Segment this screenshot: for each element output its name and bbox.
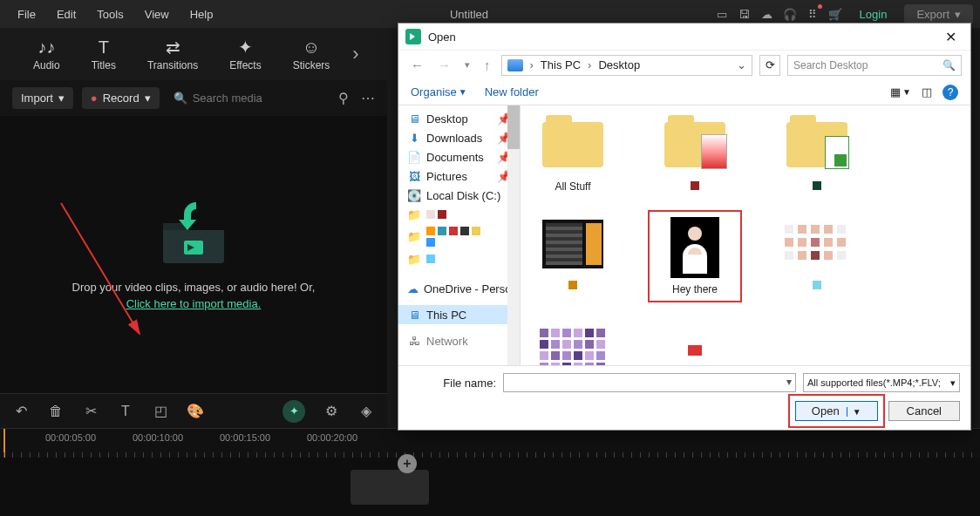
media-search[interactable]: 🔍: [168, 92, 330, 105]
file-item[interactable]: [651, 320, 738, 365]
ai-assistant-icon[interactable]: ✦: [282, 400, 305, 423]
file-item[interactable]: [773, 214, 861, 299]
dialog-nav: ← → ▾ ↑ › This PC › Desktop ⌄ ⟳ Search D…: [398, 50, 970, 79]
apps-icon[interactable]: ⠿: [806, 7, 820, 21]
sidebar-item[interactable]: 📁: [398, 249, 520, 268]
tab-stickers[interactable]: ☺Stickers: [277, 33, 346, 75]
undo-icon[interactable]: ↶: [12, 403, 30, 420]
sidebar-item[interactable]: 📁: [398, 224, 520, 249]
help-icon[interactable]: ?: [943, 85, 958, 100]
menu-view[interactable]: View: [134, 3, 180, 26]
timeline-track-area[interactable]: +: [0, 458, 980, 516]
view-mode-icon[interactable]: ▦ ▼: [890, 85, 911, 98]
file-open-dialog: Open ✕ ← → ▾ ↑ › This PC › Desktop ⌄ ⟳ S…: [398, 23, 971, 431]
cloud-icon[interactable]: ☁: [760, 7, 774, 21]
chevron-down-icon[interactable]: ⌄: [737, 58, 746, 71]
menu-help[interactable]: Help: [180, 3, 224, 26]
file-type-filter[interactable]: All supported files(*.MP4;*.FLV;: [803, 373, 960, 392]
folder-item[interactable]: [651, 114, 738, 193]
import-folder-icon: [154, 199, 233, 260]
nav-recent-icon[interactable]: ▾: [461, 59, 473, 71]
menu-file[interactable]: File: [7, 3, 46, 26]
nav-up-icon[interactable]: ↑: [480, 58, 494, 72]
filename-label: File name:: [409, 377, 496, 390]
text-tool-icon[interactable]: T: [117, 403, 134, 420]
file-list[interactable]: All Stuff Hey there: [521, 105, 970, 365]
color-icon[interactable]: 🎨: [187, 403, 204, 420]
breadcrumb[interactable]: › This PC › Desktop ⌄: [501, 55, 753, 76]
login-button[interactable]: Login: [851, 4, 896, 24]
open-button[interactable]: Open▼: [795, 401, 878, 421]
add-track-button[interactable]: +: [398, 454, 417, 473]
import-media-link[interactable]: Click here to import media.: [126, 297, 262, 310]
save-icon[interactable]: 🖫: [738, 7, 752, 21]
sidebar-network[interactable]: 🖧Network: [398, 331, 520, 350]
cut-icon[interactable]: ✂: [82, 403, 99, 420]
cancel-button[interactable]: Cancel: [888, 401, 960, 421]
sidebar-onedrive[interactable]: ☁OneDrive - Person: [398, 279, 520, 298]
pictures-icon: 🖼: [407, 169, 421, 183]
marker-icon[interactable]: ◈: [357, 403, 375, 420]
sidebar-localdisk[interactable]: 💽Local Disk (C:): [398, 186, 520, 205]
file-item-heythere[interactable]: Hey there: [651, 214, 738, 299]
import-button[interactable]: Import▾: [12, 87, 73, 109]
tab-titles[interactable]: TTitles: [76, 33, 132, 75]
cart-icon[interactable]: 🛒: [828, 7, 842, 21]
crumb-desktop[interactable]: Desktop: [598, 58, 640, 71]
dialog-search[interactable]: Search Desktop 🔍: [787, 55, 962, 76]
sidebar-item[interactable]: 📁: [398, 205, 520, 224]
sidebar-desktop[interactable]: 🖥Desktop📌: [398, 109, 520, 128]
dialog-sidebar: 🖥Desktop📌 ⬇Downloads📌 📄Documents📌 🖼Pictu…: [398, 105, 521, 365]
filter-icon[interactable]: ⚲: [338, 90, 349, 106]
tab-audio[interactable]: ♪♪Audio: [17, 33, 76, 75]
sidebar-documents[interactable]: 📄Documents📌: [398, 147, 520, 166]
delete-icon[interactable]: 🗑: [47, 403, 65, 420]
folder-item[interactable]: [773, 114, 861, 193]
organise-menu[interactable]: Organise ▼: [411, 85, 467, 98]
dialog-bottom: File name: All supported files(*.MP4;*.F…: [398, 365, 970, 430]
nav-back-icon[interactable]: ←: [407, 58, 427, 72]
desktop-icon: 🖥: [407, 112, 421, 126]
sidebar-downloads[interactable]: ⬇Downloads📌: [398, 128, 520, 147]
disk-icon: 💽: [407, 188, 421, 202]
tab-effects[interactable]: ✦Effects: [214, 33, 276, 75]
svg-point-2: [688, 227, 702, 241]
sidebar-thispc[interactable]: 🖥This PC: [398, 305, 520, 324]
folder-item-allstuff[interactable]: All Stuff: [529, 114, 616, 193]
export-button[interactable]: Export▾: [904, 4, 973, 24]
timeline-ruler[interactable]: 00:00:05:00 00:00:10:00 00:00:15:00 00:0…: [0, 428, 980, 458]
drop-hint-text: Drop your video clips, images, or audio …: [72, 281, 316, 294]
empty-clip-slot[interactable]: [350, 470, 429, 505]
new-folder-button[interactable]: New folder: [485, 85, 539, 98]
annotation-arrow: [52, 194, 157, 351]
preview-pane-icon[interactable]: ◫: [922, 85, 932, 98]
media-search-input[interactable]: [193, 92, 323, 105]
menu-edit[interactable]: Edit: [46, 3, 86, 26]
sidebar-scrollbar[interactable]: [507, 105, 520, 365]
nav-forward-icon: →: [434, 58, 454, 72]
filename-input[interactable]: [503, 373, 796, 392]
headset-icon[interactable]: 🎧: [783, 7, 797, 21]
settings-icon[interactable]: ⚙: [323, 403, 340, 420]
file-item[interactable]: [529, 320, 616, 365]
sidebar-pictures[interactable]: 🖼Pictures📌: [398, 166, 520, 186]
refresh-icon[interactable]: ⟳: [759, 55, 780, 76]
tabs-overflow-icon[interactable]: ›: [352, 43, 358, 65]
ruler-mark: 00:00:15:00: [220, 432, 270, 443]
crumb-thispc[interactable]: This PC: [541, 58, 581, 71]
record-button[interactable]: ●Record▾: [82, 87, 160, 109]
crop-icon[interactable]: ◰: [152, 403, 169, 420]
open-dropdown-icon[interactable]: ▼: [847, 407, 861, 417]
dialog-titlebar: Open ✕: [398, 24, 970, 50]
tab-transitions[interactable]: ⇄Transitions: [132, 33, 214, 75]
folder-item[interactable]: [529, 214, 616, 299]
close-icon[interactable]: ✕: [938, 27, 963, 47]
menu-tools[interactable]: Tools: [86, 3, 133, 26]
document-title: Untitled: [223, 8, 714, 21]
folder-icon: 📁: [407, 252, 421, 266]
media-panel[interactable]: Drop your video clips, images, or audio …: [0, 116, 387, 393]
document-icon: 📄: [407, 150, 421, 164]
more-icon[interactable]: ⋯: [361, 90, 375, 106]
svg-line-0: [61, 203, 140, 334]
layout-icon[interactable]: ▭: [715, 7, 729, 21]
